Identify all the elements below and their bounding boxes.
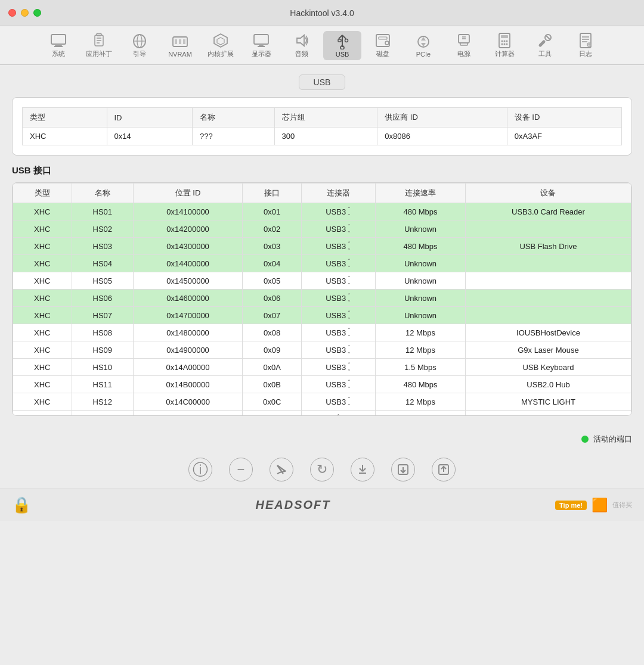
toolbar-item-boot[interactable]: 引导 [120, 30, 159, 61]
remove-button[interactable]: − [229, 458, 253, 481]
toolbar-item-kext[interactable]: 内核扩展 [202, 30, 240, 61]
cell-connector[interactable]: USB3⌃⌄ [302, 307, 376, 324]
toolbar-item-patch[interactable]: 应用补丁 [80, 30, 118, 61]
export-button[interactable] [432, 458, 456, 481]
toolbar-item-calc[interactable]: 计算器 [485, 30, 524, 61]
minimize-button[interactable] [21, 9, 29, 17]
table-row[interactable]: XHCHS090x149000000x09USB3⌃⌄12 MbpsG9x La… [13, 341, 631, 359]
table-row[interactable]: XHCHS100x14A000000x0AUSB3⌃⌄1.5 MbpsUSB K… [13, 359, 631, 376]
cell-name: HS02 [72, 220, 133, 238]
table-row[interactable]: XHCHS070x147000000x07USB3⌃⌄Unknown [13, 307, 631, 324]
cell-connector[interactable]: USB3⌃⌄ [302, 341, 376, 359]
cell-connector[interactable]: USB3⌃⌄ [302, 238, 376, 255]
cell-port: 0x07 [243, 307, 302, 324]
clean-button[interactable] [270, 458, 293, 481]
cell-speed: 480 Mbps [376, 238, 466, 255]
cell-name: HS03 [72, 238, 133, 255]
table-row[interactable]: XHC 0x14 ??? 300 0x8086 0xA3AF [23, 128, 622, 145]
cell-port: 0x04 [243, 255, 302, 272]
toolbar-item-system[interactable]: 系统 [39, 30, 78, 61]
cell-location: 0x14B00000 [134, 376, 243, 393]
cell-connector[interactable]: USB3⌃⌄ [302, 220, 376, 238]
th-device: 设备 [465, 184, 631, 203]
table-row[interactable]: XHCHS040x144000000x04USB3⌃⌄Unknown [13, 255, 631, 272]
th-speed: 连接速率 [376, 184, 466, 203]
cell-type: XHC [13, 255, 72, 272]
tools-label: 工具 [538, 49, 552, 58]
patch-label: 应用补丁 [86, 49, 112, 58]
boot-label: 引导 [133, 49, 146, 58]
table-row[interactable]: XHCHS010x141000000x01USB3⌃⌄480 MbpsUSB3.… [13, 203, 631, 220]
table-row[interactable]: XHCSS010x14D000000x11⌃⌄Unkn... [13, 411, 631, 416]
power-label: 电源 [457, 49, 470, 58]
ports-scroll[interactable]: 类型 名称 位置 ID 接口 连接器 连接速率 设备 XHCHS010x1410… [13, 183, 631, 415]
svg-rect-38 [501, 35, 508, 38]
cell-name: ??? [193, 128, 275, 145]
cell-port: 0x02 [243, 220, 302, 238]
cell-device: USB Flash Drive [465, 238, 631, 255]
disk-icon [375, 32, 391, 49]
info-button[interactable]: ⓘ [188, 458, 212, 481]
table-row[interactable]: XHCHS030x143000000x03USB3⌃⌄480 MbpsUSB F… [13, 238, 631, 255]
nvram-icon [172, 33, 188, 50]
toolbar-item-display[interactable]: 显示器 [242, 30, 280, 61]
cell-connector[interactable]: USB3⌃⌄ [302, 393, 376, 411]
svg-point-42 [501, 43, 503, 45]
bottom-bar: 活动的端口 [0, 430, 644, 447]
log-label: 日志 [579, 49, 592, 58]
table-row[interactable]: XHCHS080x148000000x08USB3⌃⌄12 MbpsIOUSBH… [13, 324, 631, 341]
cell-speed: Unknown [376, 255, 466, 272]
tip-label[interactable]: Tip me! [555, 501, 587, 510]
cell-name: HS06 [72, 290, 133, 307]
cell-type: XHC [13, 307, 72, 324]
cell-speed: 12 Mbps [376, 341, 466, 359]
cell-location: 0x14C00000 [134, 393, 243, 411]
cell-name: HS08 [72, 324, 133, 341]
cell-connector[interactable]: USB3⌃⌄ [302, 290, 376, 307]
import-button[interactable] [391, 458, 415, 481]
audio-label: 音频 [295, 49, 308, 58]
maximize-button[interactable] [33, 9, 41, 17]
cell-connector[interactable]: USB3⌃⌄ [302, 203, 376, 220]
cell-device: USB3.0 Card Reader [465, 203, 631, 220]
audio-icon [295, 32, 309, 49]
toolbar-item-disk[interactable]: 磁盘 [364, 30, 402, 61]
controller-card: 类型 ID 名称 芯片组 供应商 ID 设备 ID XHC 0x14 ??? 3… [12, 97, 632, 156]
table-row[interactable]: XHCHS110x14B000000x0BUSB3⌃⌄480 MbpsUSB2.… [13, 376, 631, 393]
table-row[interactable]: XHCHS050x145000000x05USB3⌃⌄Unknown [13, 272, 631, 290]
toolbar-item-pcie[interactable]: PCIe [404, 31, 442, 60]
cell-device [465, 307, 631, 324]
cell-speed: 480 Mbps [376, 376, 466, 393]
table-row[interactable]: XHCHS060x146000000x06USB3⌃⌄Unknown [13, 290, 631, 307]
toolbar-item-power[interactable]: 电源 [445, 30, 483, 61]
refresh-button[interactable]: ↻ [310, 458, 334, 481]
table-row[interactable]: XHCHS020x142000000x02USB3⌃⌄Unknown [13, 220, 631, 238]
cell-connector[interactable]: USB3⌃⌄ [302, 324, 376, 341]
cell-partial: SS01 [72, 411, 133, 416]
cell-connector[interactable]: USB3⌃⌄ [302, 255, 376, 272]
cell-speed: Unknown [376, 307, 466, 324]
watermark: 值得买 [612, 501, 632, 509]
cell-port: 0x01 [243, 203, 302, 220]
toolbar-item-log[interactable]: 日志 [566, 30, 605, 61]
usb-icon [335, 33, 349, 50]
table-row[interactable]: XHCHS120x14C000000x0CUSB3⌃⌄12 MbpsMYSTIC… [13, 393, 631, 411]
cell-connector[interactable]: USB3⌃⌄ [302, 376, 376, 393]
tip-icon: 🟧 [592, 498, 608, 513]
usb-ports-card: 类型 名称 位置 ID 接口 连接器 连接速率 设备 XHCHS010x1410… [12, 182, 632, 416]
cell-name: HS09 [72, 341, 133, 359]
cell-device: G9x Laser Mouse [465, 341, 631, 359]
toolbar-item-audio[interactable]: 音频 [283, 30, 321, 61]
cell-connector[interactable]: USB3⌃⌄ [302, 272, 376, 290]
th-connector: 连接器 [302, 184, 376, 203]
cell-type: XHC [23, 128, 107, 145]
toolbar-item-tools[interactable]: 工具 [526, 30, 564, 61]
toolbar-item-nvram[interactable]: NVRAM [161, 31, 199, 60]
tools-icon [538, 32, 552, 49]
toolbar-item-usb[interactable]: USB [323, 31, 361, 60]
close-button[interactable] [8, 9, 16, 17]
inject-button[interactable] [351, 458, 374, 481]
system-label: 系统 [52, 49, 65, 58]
cell-connector[interactable]: USB3⌃⌄ [302, 359, 376, 376]
col-chipset: 芯片组 [274, 108, 377, 128]
